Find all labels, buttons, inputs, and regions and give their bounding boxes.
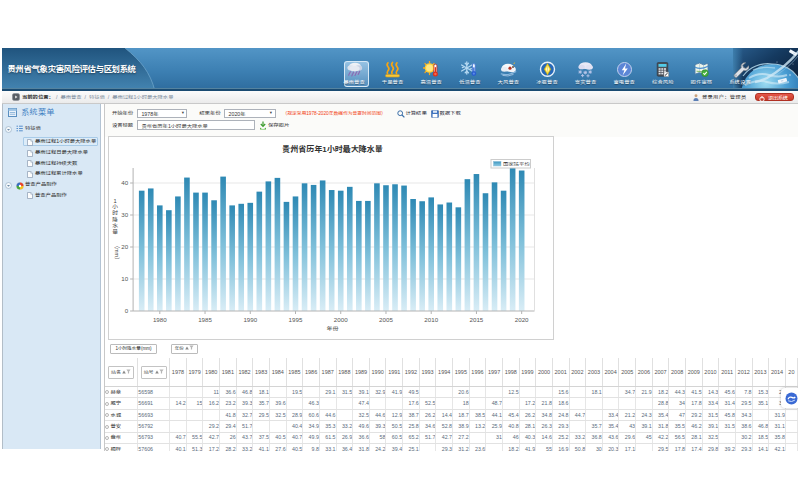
svg-text:2000: 2000 xyxy=(333,316,347,323)
svg-text:时: 时 xyxy=(112,210,118,216)
svg-text:30: 30 xyxy=(121,211,128,218)
svg-text:1985: 1985 xyxy=(198,316,212,323)
svg-text:0: 0 xyxy=(124,307,128,314)
svg-text:10: 10 xyxy=(121,275,128,282)
svg-text:1: 1 xyxy=(113,198,116,204)
svg-text:20: 20 xyxy=(121,243,128,250)
svg-text:2010: 2010 xyxy=(424,316,438,323)
svg-text:1990: 1990 xyxy=(243,316,257,323)
svg-text:年份: 年份 xyxy=(326,325,338,332)
svg-text:贵州省历年1小时最大降水量: 贵州省历年1小时最大降水量 xyxy=(282,144,382,154)
svg-text:2005: 2005 xyxy=(379,316,393,323)
svg-text:国家站平均: 国家站平均 xyxy=(503,161,530,167)
svg-text:（mm）: （mm） xyxy=(114,243,120,263)
svg-text:2015: 2015 xyxy=(469,316,483,323)
svg-text:降: 降 xyxy=(112,216,118,223)
svg-text:量: 量 xyxy=(112,229,118,235)
svg-text:1980: 1980 xyxy=(152,316,166,323)
svg-text:40: 40 xyxy=(121,179,128,186)
svg-text:1995: 1995 xyxy=(288,316,302,323)
svg-text:水: 水 xyxy=(112,223,118,229)
svg-text:小: 小 xyxy=(112,204,118,210)
svg-text:2020: 2020 xyxy=(514,316,528,323)
